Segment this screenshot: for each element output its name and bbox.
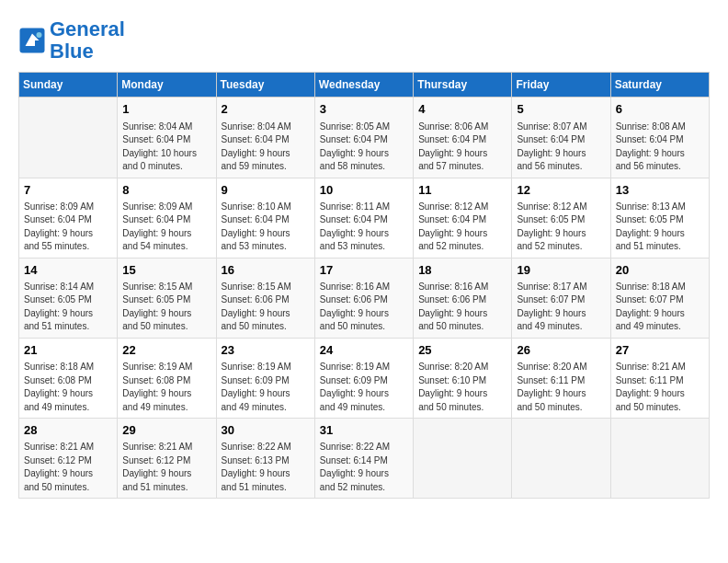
day-info: Sunrise: 8:14 AMSunset: 6:05 PMDaylight:… <box>24 281 112 334</box>
day-info: Sunrise: 8:12 AMSunset: 6:05 PMDaylight:… <box>517 201 605 254</box>
day-cell: 20Sunrise: 8:18 AMSunset: 6:07 PMDayligh… <box>610 258 709 338</box>
day-number: 1 <box>122 101 210 118</box>
day-cell: 29Sunrise: 8:21 AMSunset: 6:12 PMDayligh… <box>118 419 216 499</box>
day-info: Sunrise: 8:16 AMSunset: 6:06 PMDaylight:… <box>320 281 408 334</box>
day-cell: 31Sunrise: 8:22 AMSunset: 6:14 PMDayligh… <box>314 419 413 499</box>
day-cell: 10Sunrise: 8:11 AMSunset: 6:04 PMDayligh… <box>314 178 413 258</box>
day-info: Sunrise: 8:19 AMSunset: 6:09 PMDaylight:… <box>320 361 408 414</box>
day-number: 29 <box>122 422 210 439</box>
day-info: Sunrise: 8:12 AMSunset: 6:04 PMDaylight:… <box>418 201 506 254</box>
day-number: 25 <box>418 342 506 359</box>
day-info: Sunrise: 8:04 AMSunset: 6:04 PMDaylight:… <box>222 121 310 174</box>
day-info: Sunrise: 8:15 AMSunset: 6:05 PMDaylight:… <box>122 281 210 334</box>
day-number: 21 <box>24 342 112 359</box>
day-info: Sunrise: 8:09 AMSunset: 6:04 PMDaylight:… <box>24 201 112 254</box>
day-info: Sunrise: 8:20 AMSunset: 6:11 PMDaylight:… <box>517 361 605 414</box>
logo-icon <box>18 27 46 54</box>
calendar-body: 1Sunrise: 8:04 AMSunset: 6:04 PMDaylight… <box>19 98 710 499</box>
day-info: Sunrise: 8:21 AMSunset: 6:12 PMDaylight:… <box>122 441 210 494</box>
day-cell: 11Sunrise: 8:12 AMSunset: 6:04 PMDayligh… <box>414 178 512 258</box>
logo-blue: Blue <box>50 40 94 63</box>
header-day-thursday: Thursday <box>414 73 512 98</box>
calendar-table: SundayMondayTuesdayWednesdayThursdayFrid… <box>18 72 710 499</box>
day-cell: 28Sunrise: 8:21 AMSunset: 6:12 PMDayligh… <box>19 419 118 499</box>
day-number: 12 <box>517 182 605 199</box>
week-row-2: 7Sunrise: 8:09 AMSunset: 6:04 PMDaylight… <box>19 178 710 258</box>
day-cell: 22Sunrise: 8:19 AMSunset: 6:08 PMDayligh… <box>118 338 216 418</box>
day-cell: 13Sunrise: 8:13 AMSunset: 6:05 PMDayligh… <box>610 178 709 258</box>
day-cell <box>512 419 610 499</box>
day-cell: 27Sunrise: 8:21 AMSunset: 6:11 PMDayligh… <box>610 338 709 418</box>
day-number: 13 <box>616 182 704 199</box>
day-number: 16 <box>222 262 310 279</box>
header-day-friday: Friday <box>512 73 610 98</box>
day-info: Sunrise: 8:15 AMSunset: 6:06 PMDaylight:… <box>222 281 310 334</box>
day-number: 3 <box>320 101 408 118</box>
week-row-1: 1Sunrise: 8:04 AMSunset: 6:04 PMDaylight… <box>19 98 710 178</box>
day-cell: 18Sunrise: 8:16 AMSunset: 6:06 PMDayligh… <box>414 258 512 338</box>
week-row-4: 21Sunrise: 8:18 AMSunset: 6:08 PMDayligh… <box>19 338 710 418</box>
day-info: Sunrise: 8:08 AMSunset: 6:04 PMDaylight:… <box>616 121 704 174</box>
svg-point-2 <box>37 32 42 38</box>
day-number: 31 <box>320 422 408 439</box>
day-info: Sunrise: 8:11 AMSunset: 6:04 PMDaylight:… <box>320 201 408 254</box>
day-cell: 21Sunrise: 8:18 AMSunset: 6:08 PMDayligh… <box>19 338 118 418</box>
day-cell: 25Sunrise: 8:20 AMSunset: 6:10 PMDayligh… <box>414 338 512 418</box>
day-cell: 23Sunrise: 8:19 AMSunset: 6:09 PMDayligh… <box>216 338 314 418</box>
day-number: 14 <box>24 262 112 279</box>
day-cell: 8Sunrise: 8:09 AMSunset: 6:04 PMDaylight… <box>118 178 216 258</box>
header-day-monday: Monday <box>118 73 216 98</box>
day-info: Sunrise: 8:17 AMSunset: 6:07 PMDaylight:… <box>517 281 605 334</box>
day-cell: 3Sunrise: 8:05 AMSunset: 6:04 PMDaylight… <box>314 98 413 178</box>
day-number: 22 <box>122 342 210 359</box>
day-info: Sunrise: 8:22 AMSunset: 6:13 PMDaylight:… <box>222 441 310 494</box>
day-number: 23 <box>222 342 310 359</box>
day-cell: 16Sunrise: 8:15 AMSunset: 6:06 PMDayligh… <box>216 258 314 338</box>
day-info: Sunrise: 8:04 AMSunset: 6:04 PMDaylight:… <box>122 121 210 174</box>
day-cell: 14Sunrise: 8:14 AMSunset: 6:05 PMDayligh… <box>19 258 118 338</box>
day-info: Sunrise: 8:20 AMSunset: 6:10 PMDaylight:… <box>418 361 506 414</box>
day-number: 9 <box>222 182 310 199</box>
day-number: 10 <box>320 182 408 199</box>
day-cell: 17Sunrise: 8:16 AMSunset: 6:06 PMDayligh… <box>314 258 413 338</box>
day-cell: 7Sunrise: 8:09 AMSunset: 6:04 PMDaylight… <box>19 178 118 258</box>
day-info: Sunrise: 8:16 AMSunset: 6:06 PMDaylight:… <box>418 281 506 334</box>
day-info: Sunrise: 8:06 AMSunset: 6:04 PMDaylight:… <box>418 121 506 174</box>
day-cell: 2Sunrise: 8:04 AMSunset: 6:04 PMDaylight… <box>216 98 314 178</box>
day-number: 15 <box>122 262 210 279</box>
day-cell: 26Sunrise: 8:20 AMSunset: 6:11 PMDayligh… <box>512 338 610 418</box>
day-cell <box>19 98 118 178</box>
day-cell: 24Sunrise: 8:19 AMSunset: 6:09 PMDayligh… <box>314 338 413 418</box>
day-number: 17 <box>320 262 408 279</box>
day-number: 19 <box>517 262 605 279</box>
day-info: Sunrise: 8:05 AMSunset: 6:04 PMDaylight:… <box>320 121 408 174</box>
day-cell: 9Sunrise: 8:10 AMSunset: 6:04 PMDaylight… <box>216 178 314 258</box>
day-cell: 30Sunrise: 8:22 AMSunset: 6:13 PMDayligh… <box>216 419 314 499</box>
day-number: 28 <box>24 422 112 439</box>
day-info: Sunrise: 8:13 AMSunset: 6:05 PMDaylight:… <box>616 201 704 254</box>
day-cell: 12Sunrise: 8:12 AMSunset: 6:05 PMDayligh… <box>512 178 610 258</box>
day-number: 8 <box>122 182 210 199</box>
logo-general: General <box>50 17 125 40</box>
header-day-saturday: Saturday <box>610 73 709 98</box>
week-row-5: 28Sunrise: 8:21 AMSunset: 6:12 PMDayligh… <box>19 419 710 499</box>
page-header: General Blue <box>18 18 710 63</box>
day-info: Sunrise: 8:21 AMSunset: 6:12 PMDaylight:… <box>24 441 112 494</box>
day-number: 7 <box>24 182 112 199</box>
day-info: Sunrise: 8:18 AMSunset: 6:07 PMDaylight:… <box>616 281 704 334</box>
day-info: Sunrise: 8:22 AMSunset: 6:14 PMDaylight:… <box>320 441 408 494</box>
day-number: 11 <box>418 182 506 199</box>
day-info: Sunrise: 8:19 AMSunset: 6:09 PMDaylight:… <box>222 361 310 414</box>
day-cell: 19Sunrise: 8:17 AMSunset: 6:07 PMDayligh… <box>512 258 610 338</box>
day-number: 18 <box>418 262 506 279</box>
day-number: 20 <box>616 262 704 279</box>
day-cell: 4Sunrise: 8:06 AMSunset: 6:04 PMDaylight… <box>414 98 512 178</box>
day-cell: 6Sunrise: 8:08 AMSunset: 6:04 PMDaylight… <box>610 98 709 178</box>
day-info: Sunrise: 8:10 AMSunset: 6:04 PMDaylight:… <box>222 201 310 254</box>
day-cell: 5Sunrise: 8:07 AMSunset: 6:04 PMDaylight… <box>512 98 610 178</box>
day-number: 24 <box>320 342 408 359</box>
day-info: Sunrise: 8:19 AMSunset: 6:08 PMDaylight:… <box>122 361 210 414</box>
day-number: 5 <box>517 101 605 118</box>
day-number: 30 <box>222 422 310 439</box>
logo-text: General Blue <box>50 18 125 63</box>
